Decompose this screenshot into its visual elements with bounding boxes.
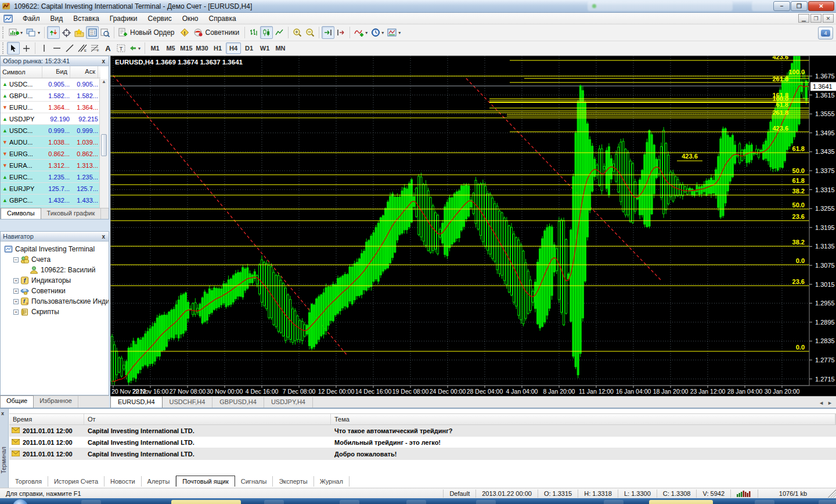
- chart-window[interactable]: 100.061.850.061.838.250.023.638.20.023.6…: [110, 56, 836, 396]
- periods-button[interactable]: ▾: [369, 26, 385, 39]
- nav-item-Пользовательские-Инди[interactable]: +fxПользовательские Инди: [2, 296, 107, 307]
- fibonacci-tool-button[interactable]: F: [89, 42, 102, 55]
- templates-button[interactable]: ▾: [385, 26, 402, 39]
- column-header-Бид[interactable]: Бид: [42, 66, 70, 78]
- menu-Вид[interactable]: Вид: [45, 13, 69, 24]
- expert-advisors-button[interactable]: Советники: [192, 26, 243, 39]
- nav-item-Советники[interactable]: +Советники: [2, 286, 107, 296]
- timeframe-M30[interactable]: M30: [194, 42, 210, 54]
- windows-taskbar[interactable]: [0, 498, 836, 504]
- terminal-tab-Журнал[interactable]: Журнал: [314, 476, 349, 487]
- timeframe-H1[interactable]: H1: [210, 42, 225, 54]
- symbol-row-AUDU...[interactable]: ▼AUDU...1.038...1.039...: [1, 136, 100, 148]
- symbol-row-GBPC...[interactable]: ▲GBPC...1.432...1.433...: [1, 195, 100, 206]
- market-watch-close-icon[interactable]: x: [100, 58, 106, 64]
- symbol-row-USDC...[interactable]: ▲USDC...0.999...0.999...: [1, 125, 100, 136]
- terminal-tab-Почтовый ящик[interactable]: Почтовый ящик: [176, 476, 235, 487]
- trendline-tool-button[interactable]: [63, 42, 76, 55]
- market-watch-tab-Тиковый график[interactable]: Тиковый график: [41, 208, 102, 219]
- chart-tab-USDCHF,H4[interactable]: USDCHF,H4: [163, 397, 213, 408]
- terminal-tab-История Счета[interactable]: История Счета: [48, 476, 105, 487]
- chart-tab-scroll-arrows[interactable]: ◄►: [819, 400, 833, 406]
- taskbar-app-2[interactable]: [171, 500, 241, 504]
- symbol-row-USDJPY[interactable]: ▲USDJPY92.19092.215: [1, 113, 100, 125]
- navigator-tab-Общие[interactable]: Общие: [0, 395, 34, 408]
- window-maximize-button[interactable]: ❐: [791, 1, 808, 11]
- chart-shift-button[interactable]: [334, 26, 347, 39]
- window-close-button[interactable]: ✕: [808, 1, 834, 11]
- column-header-Символ[interactable]: Символ: [1, 66, 42, 78]
- crosshair-target-button[interactable]: [60, 26, 73, 39]
- navigator-close-icon[interactable]: x: [100, 233, 106, 240]
- text-tool-button[interactable]: A: [102, 42, 114, 55]
- status-profile[interactable]: Default: [444, 489, 476, 498]
- timeframe-M1[interactable]: M1: [147, 42, 163, 54]
- terminal-column-Тема[interactable]: Тема: [331, 414, 835, 424]
- crosshair-tool-button[interactable]: [20, 42, 33, 55]
- market-watch-tab-Символы[interactable]: Символы: [1, 208, 41, 219]
- terminal-tab-Торговля[interactable]: Торговля: [9, 476, 48, 487]
- taskbar-app-5[interactable]: [406, 500, 426, 504]
- profiles-button[interactable]: ▾: [24, 26, 42, 39]
- nav-item-Счета[interactable]: −Счета: [2, 254, 107, 265]
- taskbar-app-8[interactable]: [649, 500, 713, 504]
- auto-scroll-button[interactable]: [322, 26, 334, 39]
- expand-plus-icon[interactable]: +: [13, 299, 19, 304]
- mail-row[interactable]: 2011.01.01 12:00Capital Investing Intern…: [9, 425, 836, 437]
- taskbar-app-6[interactable]: [476, 500, 496, 504]
- chart-tab-EURUSD,H4[interactable]: EURUSD,H4: [110, 396, 163, 408]
- expand-plus-icon[interactable]: +: [13, 309, 19, 315]
- taskbar-app-4[interactable]: [340, 500, 359, 504]
- indicators-button[interactable]: ▾: [352, 26, 369, 39]
- taskbar-app-10[interactable]: [819, 500, 836, 504]
- navigator-tab-Избранное[interactable]: Избранное: [34, 396, 78, 408]
- notifications-button[interactable]: 4: [818, 27, 833, 39]
- mail-row[interactable]: 2011.01.01 12:00Capital Investing Intern…: [9, 448, 836, 460]
- menu-Файл[interactable]: Файл: [17, 13, 45, 24]
- zoom-out-button[interactable]: [304, 26, 316, 39]
- market-watch-toggle-button[interactable]: [86, 26, 99, 39]
- expand-plus-icon[interactable]: +: [13, 289, 19, 294]
- terminal-tab-Новости[interactable]: Новости: [105, 476, 142, 487]
- market-watch-header[interactable]: Обзор рынка: 15:23:41 x: [1, 56, 109, 66]
- collapse-minus-icon[interactable]: −: [13, 257, 19, 262]
- child-restore-button[interactable]: ❐: [810, 14, 821, 23]
- nav-item-Индикаторы[interactable]: +fИндикаторы: [2, 275, 107, 286]
- bar-chart-type-button[interactable]: [247, 26, 260, 39]
- mail-row[interactable]: 2011.01.01 12:00Capital Investing Intern…: [9, 437, 836, 448]
- taskbar-app-3[interactable]: [264, 500, 284, 504]
- tick-chart-button[interactable]: [47, 26, 60, 39]
- timeframe-M15[interactable]: M15: [179, 42, 194, 54]
- cursor-tool-button[interactable]: [7, 42, 20, 55]
- candlestick-chart-type-button[interactable]: [260, 26, 273, 39]
- window-minimize-button[interactable]: –: [773, 1, 790, 11]
- terminal-column-От[interactable]: От: [84, 414, 331, 424]
- line-chart-type-button[interactable]: [273, 26, 286, 39]
- nav-item-109622-Василий[interactable]: 109622: Василий: [2, 265, 107, 275]
- child-close-button[interactable]: ✕: [823, 14, 834, 23]
- symbol-row-EURJPY[interactable]: ▲EURJPY125.7...125.7...: [1, 183, 100, 195]
- favorites-button[interactable]: [73, 26, 86, 39]
- channel-tool-button[interactable]: E: [76, 42, 89, 55]
- menu-Вставка[interactable]: Вставка: [68, 13, 105, 24]
- terminal-tab-Сигналы[interactable]: Сигналы: [235, 476, 273, 487]
- data-window-button[interactable]: [99, 26, 111, 39]
- timeframe-W1[interactable]: W1: [257, 42, 272, 54]
- taskbar-app-9[interactable]: [755, 500, 774, 504]
- menu-Окно[interactable]: Окно: [177, 13, 204, 24]
- timeframe-MN[interactable]: MN: [273, 42, 288, 54]
- menu-Справка[interactable]: Справка: [204, 13, 242, 24]
- terminal-close-icon[interactable]: x: [1, 411, 4, 416]
- nav-item-Скрипты[interactable]: +Скрипты: [2, 307, 107, 317]
- symbol-row-EURU...[interactable]: ▼EURU...1.364...1.364...: [1, 102, 100, 113]
- timeframe-M5[interactable]: M5: [163, 42, 178, 54]
- new-chart-button[interactable]: ▾: [7, 26, 24, 39]
- terminal-tab-Алерты[interactable]: Алерты: [142, 476, 176, 487]
- text-label-tool-button[interactable]: T: [114, 42, 127, 55]
- resize-grip[interactable]: [828, 489, 836, 498]
- alert-warning-icon[interactable]: !: [178, 26, 192, 39]
- vertical-line-tool-button[interactable]: [38, 42, 51, 55]
- zoom-in-button[interactable]: [291, 26, 304, 39]
- symbol-row-EURC...[interactable]: ▲EURC...1.235...1.235...: [1, 171, 100, 183]
- chart-tab-USDJPY,H4[interactable]: USDJPY,H4: [264, 397, 313, 408]
